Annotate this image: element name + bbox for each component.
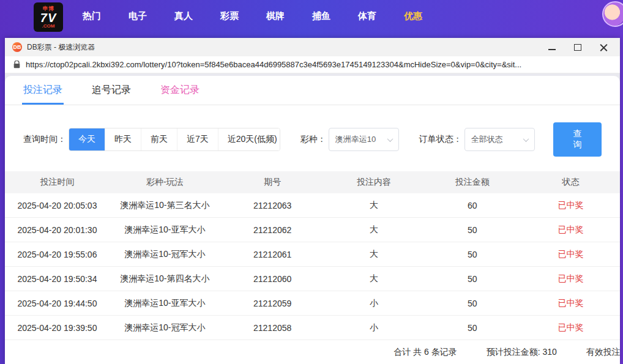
time-option-daybefore[interactable]: 前天 <box>141 128 177 150</box>
bet-time: 2025-04-20 19:50:34 <box>5 274 110 284</box>
maximize-icon[interactable] <box>573 43 582 51</box>
status-badge: 已中奖 <box>521 273 620 284</box>
bet-time: 2025-04-20 19:39:50 <box>5 323 110 333</box>
nav-item-live[interactable]: 真人 <box>174 10 193 22</box>
nav-item-fishing[interactable]: 捕鱼 <box>312 10 330 22</box>
period-number: 21212061 <box>220 250 325 259</box>
bet-amount: 50 <box>423 225 521 235</box>
order-status-select[interactable]: 全部状态 <box>464 128 535 151</box>
status-filter-label: 订单状态： <box>419 134 462 145</box>
col-header-period: 期号 <box>220 177 325 188</box>
order-status-value: 全部状态 <box>471 134 503 145</box>
bet-content: 小 <box>325 298 423 309</box>
nav-item-slots[interactable]: 电子 <box>129 10 147 22</box>
summary-total: 合计 共 6 条记录 <box>394 347 457 358</box>
period-number: 21212062 <box>220 225 325 235</box>
time-option-20days[interactable]: 近20天(低频) <box>218 128 280 150</box>
lottery-play: 澳洲幸运10-冠军大小 <box>110 249 220 260</box>
status-badge: 已中奖 <box>521 249 620 260</box>
lottery-select[interactable]: 澳洲幸运10 <box>329 128 399 151</box>
nav-item-lottery[interactable]: 彩票 <box>220 10 239 22</box>
chevron-down-icon <box>523 136 529 142</box>
bet-content: 大 <box>325 273 423 284</box>
lock-icon <box>13 61 20 69</box>
chevron-down-icon <box>387 136 393 142</box>
lottery-play: 澳洲幸运10-冠军大小 <box>110 322 220 333</box>
time-filter-label: 查询时间： <box>23 134 66 145</box>
site-logo[interactable]: 申博 7V .COM <box>34 2 63 32</box>
search-button[interactable]: 查询 <box>553 122 602 157</box>
table-row: 2025-04-20 20:05:03 澳洲幸运10-第三名大小 2121206… <box>5 193 620 218</box>
summary-expected-amount: 预计投注金额: 310 <box>487 347 557 358</box>
lottery-play: 澳洲幸运10-第四名大小 <box>110 273 220 284</box>
summary-bar: 合计 共 6 条记录 预计投注金额: 310 有效投注金额: 310 <box>5 340 620 364</box>
bet-amount: 50 <box>423 323 521 333</box>
time-range-segment: 今天 昨天 前天 近7天 近20天(低频) <box>69 128 280 151</box>
col-header-lottery-play: 彩种-玩法 <box>110 177 220 188</box>
browser-titlebar: DB DB彩票 - 极速浏览器 <box>5 38 620 56</box>
status-badge: 已中奖 <box>521 298 620 309</box>
table-row: 2025-04-20 19:39:50 澳洲幸运10-冠军大小 21212058… <box>5 316 620 340</box>
page-background: 投注记录 追号记录 资金记录 查询时间： 今天 昨天 前天 近7天 近20天(低… <box>5 73 620 364</box>
lottery-play: 澳洲幸运10-亚军大小 <box>110 225 220 236</box>
table-row: 2025-04-20 20:01:30 澳洲幸运10-亚军大小 21212062… <box>5 218 620 242</box>
filter-bar: 查询时间： 今天 昨天 前天 近7天 近20天(低频) 彩种： 澳洲幸运10 订… <box>5 105 620 171</box>
address-bar[interactable]: https://ctop02pcali.2kbxi392.com/lottery… <box>5 56 620 73</box>
status-badge: 已中奖 <box>521 225 620 236</box>
bet-time: 2025-04-20 19:44:50 <box>5 299 110 308</box>
window-controls <box>548 43 614 51</box>
browser-favicon-icon: DB <box>12 42 22 52</box>
tab-chase-records[interactable]: 追号记录 <box>92 76 131 105</box>
record-tabs: 投注记录 追号记录 资金记录 <box>5 76 620 105</box>
url-text[interactable]: https://ctop02pcali.2kbxi392.com/lottery… <box>26 60 521 69</box>
bet-content: 大 <box>325 249 423 260</box>
tab-bet-records[interactable]: 投注记录 <box>23 76 62 105</box>
nav-item-cards[interactable]: 棋牌 <box>266 10 285 22</box>
lottery-play: 澳洲幸运10-亚军大小 <box>110 298 220 309</box>
table-header: 投注时间 彩种-玩法 期号 投注内容 投注金额 状态 <box>5 171 620 193</box>
bet-amount: 50 <box>423 250 521 259</box>
lottery-play: 澳洲幸运10-第三名大小 <box>110 200 220 211</box>
period-number: 21212060 <box>220 274 325 284</box>
logo-suffix-text: .COM <box>42 24 55 29</box>
lottery-select-value: 澳洲幸运10 <box>335 134 376 145</box>
close-icon[interactable] <box>599 43 608 51</box>
nav-item-hot[interactable]: 热门 <box>83 10 101 22</box>
period-number: 21212058 <box>220 323 325 333</box>
user-avatar[interactable] <box>602 1 623 27</box>
bet-content: 大 <box>325 225 423 236</box>
window-title: DB彩票 - 极速浏览器 <box>27 42 95 53</box>
bet-time: 2025-04-20 19:55:06 <box>5 250 110 259</box>
col-header-status: 状态 <box>521 177 620 188</box>
bet-amount: 50 <box>423 274 521 284</box>
nav-item-sports[interactable]: 体育 <box>358 10 376 22</box>
bet-content: 小 <box>325 322 423 333</box>
bet-amount: 60 <box>423 201 521 210</box>
table-row: 2025-04-20 19:44:50 澳洲幸运10-亚军大小 21212059… <box>5 291 620 316</box>
status-badge: 已中奖 <box>521 322 620 333</box>
period-number: 21212063 <box>220 201 325 210</box>
time-option-yesterday[interactable]: 昨天 <box>105 128 141 150</box>
site-header: 申博 7V .COM 热门 电子 真人 彩票 棋牌 捕鱼 体育 优惠 <box>0 0 623 38</box>
lottery-panel: 投注记录 追号记录 资金记录 查询时间： 今天 昨天 前天 近7天 近20天(低… <box>5 76 620 364</box>
table-row: 2025-04-20 19:55:06 澳洲幸运10-冠军大小 21212061… <box>5 242 620 267</box>
bet-time: 2025-04-20 20:01:30 <box>5 225 110 235</box>
col-header-bet-time: 投注时间 <box>5 177 110 188</box>
minimize-icon[interactable] <box>548 43 556 51</box>
tab-fund-records[interactable]: 资金记录 <box>160 76 200 105</box>
browser-window: DB DB彩票 - 极速浏览器 https://ctop02pcali.2kbx… <box>5 38 620 364</box>
table-row: 2025-04-20 19:50:34 澳洲幸运10-第四名大小 2121206… <box>5 267 620 291</box>
bet-content: 大 <box>325 200 423 211</box>
time-option-today[interactable]: 今天 <box>69 128 105 150</box>
period-number: 21212059 <box>220 299 325 308</box>
col-header-bet-content: 投注内容 <box>325 177 423 188</box>
site-nav: 热门 电子 真人 彩票 棋牌 捕鱼 体育 优惠 <box>83 2 422 29</box>
logo-main-text: 7V <box>40 12 56 24</box>
summary-valid-amount: 有效投注金额: 310 <box>586 347 620 358</box>
nav-item-promo[interactable]: 优惠 <box>404 10 422 22</box>
bet-amount: 50 <box>423 299 521 308</box>
time-option-7days[interactable]: 近7天 <box>177 128 218 150</box>
lottery-filter-label: 彩种： <box>300 134 326 145</box>
bet-time: 2025-04-20 20:05:03 <box>5 201 110 210</box>
col-header-bet-amount: 投注金额 <box>423 177 521 188</box>
